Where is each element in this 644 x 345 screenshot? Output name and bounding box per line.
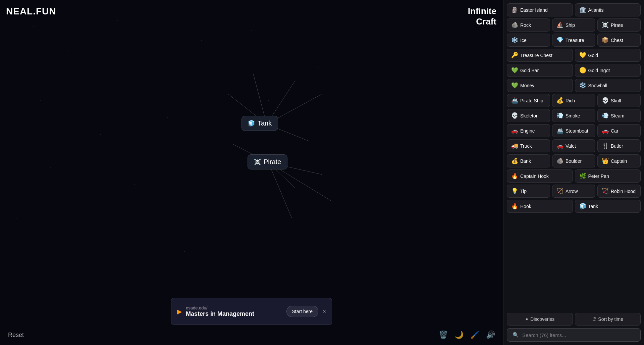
sidebar-item-ice[interactable]: ❄️Ice bbox=[507, 34, 550, 47]
sidebar-item-hook[interactable]: 🔥Hook bbox=[507, 200, 573, 213]
sidebar-item-peter-pan[interactable]: 🌿Peter Pan bbox=[575, 169, 641, 183]
svg-line-7 bbox=[268, 162, 292, 218]
sidebar-item-steamboat[interactable]: 🚢Steamboat bbox=[552, 124, 595, 137]
sidebar-row-3: 🔑Treasure Chest💛Gold bbox=[507, 49, 641, 62]
item-emoji: 🚢 bbox=[511, 97, 518, 104]
item-emoji: 🏛️ bbox=[579, 6, 586, 13]
sidebar-item-captain[interactable]: 👑Captain bbox=[597, 154, 641, 167]
item-label: Chest bbox=[611, 38, 623, 43]
sidebar-item-boulder[interactable]: 🪨Boulder bbox=[552, 154, 595, 167]
sidebar-item-ship[interactable]: ⛵Ship bbox=[552, 18, 595, 32]
sidebar-item-atlantis[interactable]: 🏛️Atlantis bbox=[575, 3, 641, 16]
item-emoji: 💰 bbox=[511, 157, 518, 164]
sidebar-item-pirate[interactable]: ☠️Pirate bbox=[597, 18, 641, 32]
sidebar-item-skeleton[interactable]: 💀Skeleton bbox=[507, 109, 550, 122]
ad-close-button[interactable]: ✕ bbox=[322, 309, 326, 314]
craft-canvas[interactable]: NEAL.FUN Infinite Craft 🧊 Tank ☠️ Pirate… bbox=[0, 0, 503, 345]
item-label: Pirate bbox=[611, 22, 623, 28]
sidebar-item-rich[interactable]: 💰Rich bbox=[552, 94, 595, 107]
sidebar-row-12: 💡Tip🏹Arrow🏹Robin Hood bbox=[507, 185, 641, 198]
sidebar-item-money[interactable]: 💚Money bbox=[507, 79, 573, 92]
sidebar-item-robin-hood[interactable]: 🏹Robin Hood bbox=[597, 185, 641, 198]
item-label: Rich bbox=[566, 98, 575, 103]
sound-icon[interactable]: 🔊 bbox=[486, 331, 495, 339]
sidebar-item-treasure-chest[interactable]: 🔑Treasure Chest bbox=[507, 49, 573, 62]
item-label: Engine bbox=[520, 128, 535, 134]
item-emoji: 👑 bbox=[602, 157, 609, 164]
item-label: Easter Island bbox=[520, 7, 548, 13]
discoveries-button[interactable]: ✦ Discoveries bbox=[507, 313, 573, 326]
sidebar-item-rock[interactable]: 🪨Rock bbox=[507, 18, 550, 32]
sidebar-item-treasure[interactable]: 💎Treasure bbox=[552, 34, 595, 47]
sidebar-item-engine[interactable]: 🚗Engine bbox=[507, 124, 550, 137]
sidebar-item-steam[interactable]: 💨Steam bbox=[597, 109, 641, 122]
canvas-item-tank[interactable]: 🧊 Tank bbox=[241, 116, 278, 131]
item-label: Truck bbox=[520, 143, 532, 149]
sidebar-item-easter-island[interactable]: 🗿Easter Island bbox=[507, 3, 573, 16]
item-label: Skeleton bbox=[520, 113, 538, 118]
moon-icon[interactable]: 🌙 bbox=[454, 331, 464, 339]
item-label: Steam bbox=[611, 113, 624, 118]
sidebar-row-9: 🚚Truck🚗Valet🍴Butler bbox=[507, 139, 641, 152]
sidebar-item-tip[interactable]: 💡Tip bbox=[507, 185, 550, 198]
item-label: Money bbox=[520, 83, 534, 88]
tank-label: Tank bbox=[258, 119, 272, 127]
item-label: Snowball bbox=[588, 83, 607, 88]
sidebar-item-chest[interactable]: 📦Chest bbox=[597, 34, 641, 47]
item-emoji: 🏹 bbox=[556, 188, 564, 195]
search-input[interactable] bbox=[522, 332, 635, 338]
item-label: Arrow bbox=[566, 189, 578, 194]
trash-icon[interactable]: 🗑️ bbox=[439, 331, 448, 339]
sidebar-item-gold-bar[interactable]: 💚Gold Bar bbox=[507, 64, 573, 77]
sidebar-item-gold-ingot[interactable]: 🟡Gold Ingot bbox=[575, 64, 641, 77]
sidebar-item-tank[interactable]: 🧊Tank bbox=[575, 200, 641, 213]
sort-button[interactable]: ⏱ Sort by time bbox=[575, 313, 641, 326]
item-emoji: 🟡 bbox=[579, 67, 586, 74]
sidebar-item-car[interactable]: 🚗Car bbox=[597, 124, 641, 137]
sidebar-item-bank[interactable]: 💰Bank bbox=[507, 154, 550, 167]
item-emoji: 🔥 bbox=[511, 172, 518, 180]
sidebar-item-smoke[interactable]: 💨Smoke bbox=[552, 109, 595, 122]
item-emoji: 🗿 bbox=[511, 6, 518, 13]
item-emoji: ❄️ bbox=[579, 82, 586, 89]
sidebar-row-6: 🚢Pirate Ship💰Rich💀Skull bbox=[507, 94, 641, 107]
sidebar-item-captain-hook[interactable]: 🔥Captain Hook bbox=[507, 169, 573, 183]
item-label: Gold bbox=[588, 53, 598, 58]
sidebar-item-skull[interactable]: 💀Skull bbox=[597, 94, 641, 107]
sidebar-item-truck[interactable]: 🚚Truck bbox=[507, 139, 550, 152]
sidebar-row-13: 🔥Hook🧊Tank bbox=[507, 200, 641, 213]
item-label: Robin Hood bbox=[611, 189, 636, 194]
item-label: Steamboat bbox=[566, 128, 588, 134]
sidebar-item-arrow[interactable]: 🏹Arrow bbox=[552, 185, 595, 198]
sidebar-item-snowball[interactable]: ❄️Snowball bbox=[575, 79, 641, 92]
item-emoji: 🏹 bbox=[602, 188, 609, 195]
sidebar-row-7: 💀Skeleton💨Smoke💨Steam bbox=[507, 109, 641, 122]
bottom-bar: Reset 🗑️ 🌙 🖌️ 🔊 bbox=[0, 325, 503, 345]
item-emoji: 🪨 bbox=[511, 21, 518, 29]
sidebar-footer: ✦ Discoveries ⏱ Sort by time 🔍 bbox=[503, 309, 644, 345]
sidebar-item-gold[interactable]: 💛Gold bbox=[575, 49, 641, 62]
brush-icon[interactable]: 🖌️ bbox=[470, 331, 479, 339]
item-emoji: 🪨 bbox=[556, 157, 564, 164]
sidebar-item-valet[interactable]: 🚗Valet bbox=[552, 139, 595, 152]
sidebar-item-butler[interactable]: 🍴Butler bbox=[597, 139, 641, 152]
item-emoji: 🚗 bbox=[511, 127, 518, 134]
ad-banner: ▶ esade.edu/ Masters in Management Start… bbox=[171, 298, 332, 325]
item-label: Atlantis bbox=[588, 7, 604, 13]
ad-url: esade.edu/ bbox=[186, 305, 282, 310]
item-label: Valet bbox=[566, 143, 576, 149]
reset-button[interactable]: Reset bbox=[8, 332, 24, 339]
item-emoji: 💚 bbox=[511, 82, 518, 89]
item-emoji: 🚗 bbox=[556, 142, 564, 149]
sidebar-row-2: ❄️Ice💎Treasure📦Chest bbox=[507, 34, 641, 47]
item-label: Rock bbox=[520, 22, 531, 28]
tank-emoji: 🧊 bbox=[248, 120, 255, 127]
canvas-item-pirate[interactable]: ☠️ Pirate bbox=[248, 154, 287, 169]
sidebar-item-pirate-ship[interactable]: 🚢Pirate Ship bbox=[507, 94, 550, 107]
item-emoji: 🔑 bbox=[511, 52, 518, 59]
ad-cta-button[interactable]: Start here bbox=[286, 306, 318, 317]
item-label: Captain Hook bbox=[520, 174, 549, 179]
item-label: Pirate Ship bbox=[520, 98, 543, 103]
sidebar-row-1: 🪨Rock⛵Ship☠️Pirate bbox=[507, 18, 641, 32]
item-emoji: ⛵ bbox=[556, 21, 564, 29]
